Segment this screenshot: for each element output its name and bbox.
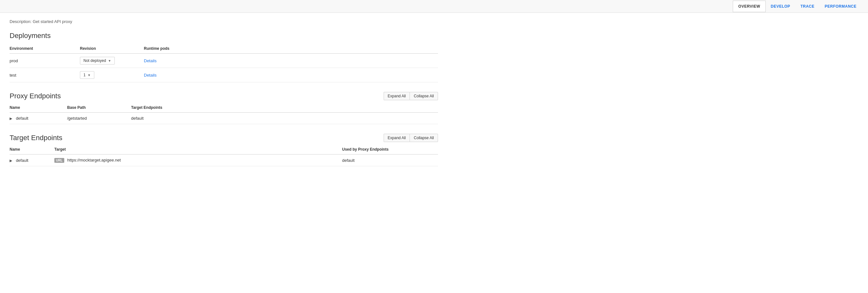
col-runtime-pods: Runtime pods [144,44,438,53]
description-text: Description: Get started API proxy [9,19,438,24]
deployment-env-prod: prod [9,53,80,68]
proxy-endpoints-header: Proxy Endpoints Expand All Collapse All [9,92,438,100]
tab-trace[interactable]: TRACE [796,1,820,12]
tab-develop[interactable]: DEVELOP [766,1,796,12]
details-link-test[interactable]: Details [144,73,157,78]
dropdown-arrow-icon-test: ▼ [88,73,91,77]
target-endpoints-header: Target Endpoints Expand All Collapse All [9,134,438,142]
main-content: Description: Get started API proxy Deplo… [0,13,447,182]
col-base-path: Base Path [67,103,131,113]
target-endpoints-title: Target Endpoints [9,134,62,142]
proxy-endpoints-actions: Expand All Collapse All [384,92,438,100]
revision-dropdown-prod[interactable]: Not deployed ▼ [80,57,115,65]
col-proxy-name: Name [9,103,67,113]
target-header-row: Name Target Used by Proxy Endpoints [9,145,438,154]
target-expand-arrow-icon[interactable]: ▶ [9,159,13,163]
deployments-header-row: Environment Revision Runtime pods [9,44,438,53]
proxy-collapse-all-button[interactable]: Collapse All [409,92,438,100]
col-revision: Revision [80,44,144,53]
deployment-pods-test: Details [144,68,438,82]
deployment-row-test: test 1 ▼ Details [9,68,438,82]
col-target-name: Name [9,145,54,154]
dropdown-arrow-icon: ▼ [108,59,111,63]
target-expand-all-button[interactable]: Expand All [384,134,410,142]
proxy-row-default: ▶ default /getstarted default [9,113,438,124]
deployment-rev-prod: Not deployed ▼ [80,53,144,68]
target-url-default: URL https://mocktarget.apigee.net [54,154,342,166]
target-endpoints-table: Name Target Used by Proxy Endpoints ▶ de… [9,145,438,166]
expand-arrow-icon[interactable]: ▶ [9,116,13,121]
deployments-table: Environment Revision Runtime pods prod N… [9,44,438,82]
col-target-endpoints: Target Endpoints [131,103,438,113]
target-name-default: ▶ default [9,154,54,166]
deployment-pods-prod: Details [144,53,438,68]
deployment-env-test: test [9,68,80,82]
target-row-default: ▶ default URL https://mocktarget.apigee.… [9,154,438,166]
proxy-endpoints-table: Name Base Path Target Endpoints ▶ defaul… [9,103,438,124]
proxy-expand-all-button[interactable]: Expand All [384,92,410,100]
target-used-by-default: default [342,154,438,166]
deployments-title: Deployments [9,32,438,40]
revision-dropdown-test[interactable]: 1 ▼ [80,71,94,79]
proxy-endpoints-title: Proxy Endpoints [9,92,61,100]
col-target: Target [54,145,342,154]
top-nav: OVERVIEW DEVELOP TRACE PERFORMANCE [0,0,868,13]
target-collapse-all-button[interactable]: Collapse All [409,134,438,142]
target-endpoints-actions: Expand All Collapse All [384,134,438,142]
col-environment: Environment [9,44,80,53]
url-badge: URL [54,158,64,163]
tab-overview[interactable]: OVERVIEW [733,1,765,12]
proxy-header-row: Name Base Path Target Endpoints [9,103,438,113]
deployment-row-prod: prod Not deployed ▼ Details [9,53,438,68]
proxy-name-default: ▶ default [9,113,67,124]
col-used-by: Used by Proxy Endpoints [342,145,438,154]
tab-performance[interactable]: PERFORMANCE [819,1,862,12]
proxy-target-endpoints-default: default [131,113,438,124]
details-link-prod[interactable]: Details [144,59,157,63]
deployment-rev-test: 1 ▼ [80,68,144,82]
proxy-base-path-default: /getstarted [67,113,131,124]
